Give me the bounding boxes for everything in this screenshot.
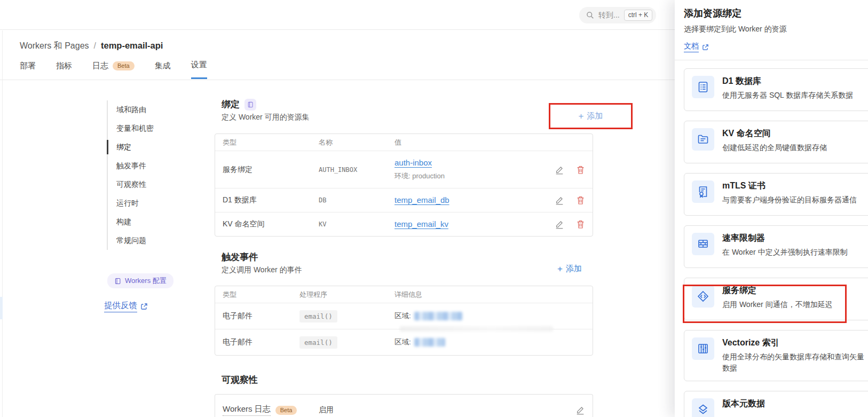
external-link-icon — [702, 44, 709, 51]
card-kv-namespace[interactable]: KV 命名空间 创建低延迟的全局键值数据存储 — [684, 121, 868, 163]
search-shortcut-badge: ctrl + K — [624, 10, 653, 20]
observability-section-title: 可观察性 — [222, 374, 258, 386]
mtls-certificate-icon — [692, 180, 714, 203]
add-resource-binding-panel: 添加资源绑定 选择要绑定到此 Worker 的资源 文档 D1 数据库 使用无服… — [675, 0, 868, 417]
tab-metrics[interactable]: 指标 — [56, 60, 72, 79]
settings-nav: 域和路由 变量和机密 绑定 触发事件 可观察性 运行时 构建 常规问题 — [107, 100, 154, 250]
tab-settings[interactable]: 设置 — [191, 60, 207, 79]
tab-deploy[interactable]: 部署 — [20, 60, 36, 79]
table-row-email-trigger: 电子邮件 email() 区域: — [215, 329, 593, 355]
table-row-kv-binding: KV 命名空间 KV temp_email_kv — [215, 212, 593, 236]
bindings-table-header: 类型 名称 值 — [215, 134, 593, 151]
worker-tabs: 部署 指标 日志Beta 集成 设置 — [20, 60, 207, 79]
bindings-section-title: 绑定 — [222, 98, 256, 111]
table-row-email-trigger: 电子邮件 email() 区域: — [215, 303, 593, 329]
breadcrumb-separator: / — [94, 41, 96, 50]
version-metadata-icon — [692, 398, 714, 417]
binding-value-link[interactable]: temp_email_kv — [394, 219, 448, 229]
nav-item-general[interactable]: 常规问题 — [108, 231, 154, 250]
card-service-binding[interactable]: 服务绑定 启用 Worker 间通信，不增加延迟 — [684, 278, 868, 320]
edit-icon[interactable] — [575, 405, 585, 415]
bindings-add-button[interactable]: + 添加 — [549, 103, 633, 129]
redacted-zone-value — [414, 312, 462, 320]
external-link-icon — [140, 303, 148, 310]
observability-table: Workers 日志 Beta 启用 — [215, 394, 593, 417]
d1-database-icon — [692, 76, 714, 98]
nav-item-domains-routes[interactable]: 域和路由 — [108, 100, 154, 119]
bindings-section-subtitle: 定义 Worker 可用的资源集 — [222, 113, 310, 122]
vectorize-index-icon — [692, 337, 714, 360]
search-icon — [586, 11, 594, 19]
panel-divider — [675, 60, 868, 60]
service-binding-icon — [692, 285, 714, 308]
rate-limiter-icon — [692, 233, 714, 255]
breadcrumb: Workers 和 Pages/temp-email-api — [20, 41, 163, 52]
workers-logs-status: 启用 — [319, 405, 564, 415]
kv-namespace-icon — [692, 128, 714, 151]
table-row-service-binding: 服务绑定 AUTH_INBOX auth-inbox 环境: productio… — [215, 151, 593, 188]
search-input[interactable]: 转到... ctrl + K — [579, 7, 656, 23]
book-icon — [114, 278, 121, 285]
binding-value-link[interactable]: temp_email_db — [394, 195, 449, 204]
edit-icon[interactable] — [555, 165, 564, 175]
card-d1-database[interactable]: D1 数据库 使用无服务器 SQL 数据库存储关系数据 — [684, 68, 868, 111]
triggers-section-subtitle: 定义调用 Worker 的事件 — [222, 265, 302, 275]
page-title: temp-email-api — [101, 41, 163, 50]
triggers-table: 类型 处理程序 详细信息 电子邮件 email() 区域: 电子邮件 email… — [215, 286, 593, 356]
card-rate-limiter[interactable]: 速率限制器 在 Worker 中定义并强制执行速率限制 — [684, 225, 868, 268]
redacted-zone-value — [414, 338, 445, 347]
card-version-metadata[interactable]: 版本元数据 — [684, 391, 868, 417]
docs-link[interactable]: 文档 — [684, 42, 709, 52]
bindings-config-icon — [244, 99, 256, 111]
table-row-d1-binding: D1 数据库 DB temp_email_db — [215, 188, 593, 212]
card-mtls-certificate[interactable]: mTLS 证书 与需要客户端身份验证的目标服务器通信 — [684, 173, 868, 216]
delete-icon[interactable] — [576, 195, 585, 205]
resource-card-list: D1 数据库 使用无服务器 SQL 数据库存储关系数据 KV 命名空间 创建低延… — [684, 68, 868, 417]
nav-item-observability[interactable]: 可观察性 — [108, 175, 154, 194]
triggers-table-header: 类型 处理程序 详细信息 — [215, 286, 593, 303]
plus-icon: + — [557, 264, 563, 273]
handler-code-chip: email() — [299, 336, 337, 349]
workers-logs-label[interactable]: Workers 日志 — [223, 404, 271, 416]
tab-logs[interactable]: 日志Beta — [92, 60, 135, 79]
nav-item-builds[interactable]: 构建 — [108, 213, 154, 231]
table-row-workers-logs: Workers 日志 Beta 启用 — [215, 395, 593, 417]
triggers-section-title: 触发事件 — [222, 251, 258, 263]
workers-config-badge[interactable]: Workers 配置 — [107, 273, 173, 288]
binding-environment-note: 环境: production — [394, 171, 543, 181]
breadcrumb-workers-pages[interactable]: Workers 和 Pages — [20, 41, 89, 50]
binding-value-link[interactable]: auth-inbox — [394, 158, 432, 167]
edit-icon[interactable] — [555, 219, 564, 229]
feedback-link[interactable]: 提供反馈 — [104, 300, 148, 312]
nav-item-variables-secrets[interactable]: 变量和机密 — [108, 119, 154, 138]
redacted-region — [400, 326, 553, 332]
delete-icon[interactable] — [576, 219, 585, 229]
nav-item-runtime[interactable]: 运行时 — [108, 194, 154, 213]
cloudflare-workers-settings-page: 转到... ctrl + K Workers 和 Pages/temp-emai… — [0, 0, 868, 417]
delete-icon[interactable] — [576, 165, 585, 175]
nav-item-bindings[interactable]: 绑定 — [108, 138, 154, 156]
tab-integrations[interactable]: 集成 — [155, 60, 171, 79]
search-placeholder: 转到... — [598, 11, 620, 20]
beta-badge: Beta — [275, 406, 297, 415]
beta-badge: Beta — [113, 61, 135, 70]
page-left-border — [2, 30, 3, 417]
collapsed-nav-highlight — [0, 297, 3, 319]
panel-subtitle: 选择要绑定到此 Worker 的资源 — [684, 25, 868, 34]
card-vectorize-index[interactable]: Vectorize 索引 使用全球分布的矢量数据库存储和查询矢量数据 — [684, 330, 868, 381]
plus-icon: + — [579, 112, 584, 121]
nav-item-triggers[interactable]: 触发事件 — [108, 156, 154, 175]
handler-code-chip: email() — [299, 310, 337, 322]
panel-title: 添加资源绑定 — [684, 7, 868, 20]
triggers-add-button[interactable]: + 添加 — [557, 264, 582, 274]
bindings-table: 类型 名称 值 服务绑定 AUTH_INBOX auth-inbox 环境: p… — [215, 133, 593, 237]
edit-icon[interactable] — [555, 195, 564, 205]
